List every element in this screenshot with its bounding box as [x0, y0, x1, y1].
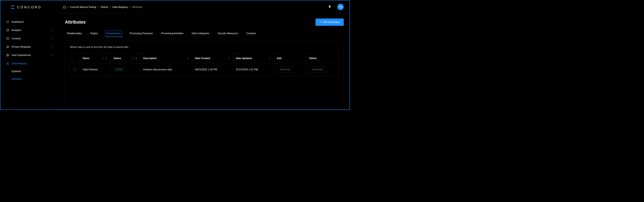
chevron-up-icon — [51, 62, 53, 64]
tab-data-categories[interactable]: Data Categories — [191, 30, 210, 37]
sort-icon[interactable] — [102, 57, 104, 59]
expand-button[interactable]: + — [73, 68, 76, 71]
col-label: Delete — [309, 57, 316, 59]
cell-name: Data Partners — [80, 63, 111, 76]
tab-security-measures[interactable]: Security Measures — [217, 30, 239, 37]
brand-logo[interactable]: CONCORD — [0, 5, 59, 15]
svg-rect-8 — [8, 64, 9, 64]
svg-point-9 — [106, 58, 107, 59]
svg-point-5 — [7, 55, 8, 55]
breadcrumb: / Concord Manual Testing / Global / Data… — [67, 5, 142, 8]
bell-icon[interactable] — [328, 5, 331, 9]
svg-rect-2 — [7, 37, 9, 39]
chart-icon — [6, 29, 9, 32]
cell-expand: + — [70, 63, 80, 76]
breadcrumb-sep: / — [110, 5, 110, 8]
plus-icon — [319, 21, 321, 23]
sort-icon[interactable] — [228, 57, 230, 59]
tab-processing-purposes[interactable]: Processing Purposes — [129, 30, 154, 37]
sidebar-nav: Dashboard Analytics Consent Privacy Requ… — [0, 15, 59, 83]
check-square-icon — [6, 37, 9, 40]
home-icon[interactable] — [63, 5, 66, 8]
sidebar-item-data-mapping[interactable]: Data Mapping — [0, 59, 59, 68]
table-row: + Data Partners ACTIVE Partners that pro… — [70, 63, 339, 76]
svg-rect-7 — [6, 64, 7, 64]
sidebar-item-privacy-requests[interactable]: Privacy Requests — [0, 43, 59, 51]
breadcrumb-sep: / — [67, 5, 68, 8]
chevron-down-icon — [51, 37, 53, 39]
cell-updated: 07/21/2023 1:31 PM — [233, 63, 274, 76]
tab-origins[interactable]: Origins — [89, 30, 98, 37]
main: / Concord Manual Testing / Global / Data… — [59, 0, 350, 109]
svg-rect-6 — [8, 62, 8, 63]
sidebar-item-label: User Experiences — [12, 54, 49, 56]
inbox-icon — [6, 45, 9, 48]
breadcrumb-sep: / — [130, 5, 130, 8]
edit-button[interactable]: Read-Only — [277, 67, 293, 73]
sort-icon[interactable] — [269, 57, 271, 59]
breadcrumb-item[interactable]: Data Mapping — [112, 5, 128, 8]
page-header: Attributes Add Destination — [65, 19, 344, 26]
tab-relationships[interactable]: Relationships — [66, 30, 82, 37]
cell-delete: Read-Only — [306, 63, 339, 76]
tab-destinations[interactable]: Destinations — [106, 30, 122, 37]
col-label: Status — [114, 57, 130, 59]
chevron-down-icon — [51, 54, 53, 56]
sort-icon[interactable] — [132, 57, 134, 59]
col-edit: Edit — [274, 53, 306, 63]
col-label: Name — [83, 57, 101, 59]
breadcrumb-sep: / — [98, 5, 99, 8]
sidebar-item-label: Data Mapping — [12, 62, 49, 65]
brand-name: CONCORD — [17, 5, 42, 9]
sidebar-item-label: Dashboard — [12, 20, 53, 23]
delete-button[interactable]: Read-Only — [309, 67, 326, 73]
sidebar-subitem-attributes[interactable]: Attributes — [12, 75, 59, 83]
tabs: Relationships Origins Destinations Proce… — [65, 30, 344, 37]
sidebar-item-label: Consent — [12, 37, 49, 40]
col-label: Edit — [277, 57, 282, 59]
data-table: Name Status — [70, 53, 339, 76]
col-date-updated: Date Updated — [233, 53, 274, 63]
logo-icon — [10, 5, 15, 9]
col-status: Status — [111, 53, 140, 63]
col-label: Date Updated — [236, 57, 268, 59]
tab-processing-activities[interactable]: Processing Activities — [160, 30, 184, 37]
tab-contacts[interactable]: Contacts — [246, 30, 256, 37]
cell-created: 09/21/2022 1:25 PM — [192, 63, 233, 76]
col-description: Description — [140, 53, 192, 63]
sidebar: CONCORD Dashboard Analytics Consent Priv… — [0, 0, 59, 109]
speedometer-icon — [6, 20, 9, 23]
panel-description: Where data is sent to and who the data i… — [70, 46, 339, 48]
col-date-created: Date Created — [192, 53, 233, 63]
avatar[interactable]: TO — [337, 4, 344, 10]
cell-description: Partners that process data. — [140, 63, 192, 76]
sidebar-subitem-systems[interactable]: Systems — [12, 68, 59, 75]
content: Attributes Add Destination Relationships… — [59, 14, 350, 109]
status-badge: ACTIVE — [114, 68, 124, 71]
sort-icon[interactable] — [187, 57, 189, 59]
sidebar-item-analytics[interactable]: Analytics — [0, 26, 59, 34]
image-icon — [6, 54, 9, 57]
search-icon[interactable] — [105, 57, 108, 59]
sidebar-item-label: Analytics — [12, 29, 49, 31]
col-name: Name — [80, 53, 111, 63]
col-expand — [70, 53, 80, 63]
col-label: Description — [143, 57, 186, 59]
add-button-label: Add Destination — [323, 21, 340, 23]
sitemap-icon — [6, 62, 9, 65]
cell-status: ACTIVE — [111, 63, 140, 76]
sidebar-item-user-experiences[interactable]: User Experiences — [0, 51, 59, 59]
sidebar-item-dashboard[interactable]: Dashboard — [0, 18, 59, 26]
chevron-down-icon — [51, 29, 53, 31]
topbar: / Concord Manual Testing / Global / Data… — [59, 0, 350, 14]
filter-icon[interactable] — [135, 57, 137, 59]
cell-edit: Read-Only — [274, 63, 306, 76]
add-destination-button[interactable]: Add Destination — [316, 19, 344, 26]
chevron-down-icon — [51, 46, 53, 48]
page-title: Attributes — [65, 19, 316, 25]
breadcrumb-current: Attributes — [132, 5, 142, 8]
sidebar-subnav: Systems Attributes — [0, 68, 59, 83]
breadcrumb-item[interactable]: Global — [100, 5, 108, 8]
breadcrumb-item[interactable]: Concord Manual Testing — [70, 5, 96, 8]
sidebar-item-consent[interactable]: Consent — [0, 34, 59, 43]
